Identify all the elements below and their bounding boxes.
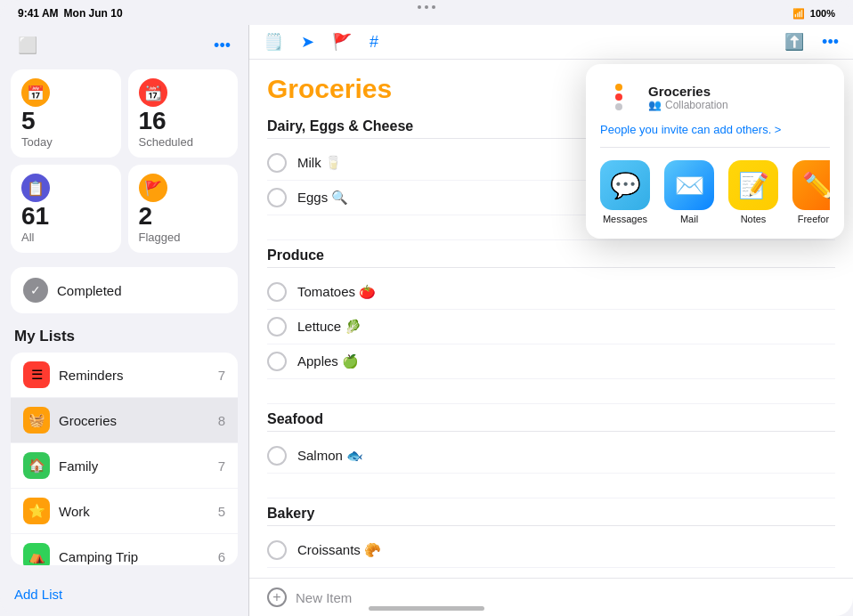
smart-list-flagged[interactable]: 🚩 2 Flagged bbox=[128, 165, 239, 253]
smart-list-scheduled[interactable]: 📆 16 Scheduled bbox=[128, 69, 239, 158]
new-item-plus-icon: + bbox=[267, 588, 287, 607]
reminder-circle-eggs[interactable] bbox=[267, 188, 287, 207]
list-item-work[interactable]: ⭐ Work 5 bbox=[11, 489, 238, 534]
status-bar: 9:41 AM Mon Jun 10 📶 100% bbox=[0, 0, 853, 25]
share-app-freeform[interactable]: ✏️ Freeform bbox=[792, 160, 830, 224]
camping-name: Camping Trip bbox=[59, 549, 218, 564]
today-icon: 📅 bbox=[21, 78, 50, 107]
seafood-blank-row bbox=[267, 474, 835, 498]
new-item-bar[interactable]: + New Item bbox=[249, 578, 853, 616]
reminder-item-tomatoes[interactable]: Tomatoes 🍅 bbox=[267, 275, 835, 310]
reminder-circle-milk[interactable] bbox=[267, 153, 287, 173]
new-item-label: New Item bbox=[296, 590, 352, 605]
all-count: 61 bbox=[21, 204, 110, 229]
work-count: 5 bbox=[218, 504, 225, 519]
reminder-text-tomatoes: Tomatoes 🍅 bbox=[297, 284, 835, 300]
toolbar-left-icons: 🗒️ ➤ 🚩 # bbox=[264, 32, 378, 52]
reminder-circle-apples[interactable] bbox=[267, 352, 287, 371]
flagged-count: 2 bbox=[139, 204, 228, 229]
reminder-item-salmon[interactable]: Salmon 🐟 bbox=[267, 439, 835, 474]
people-icon: 👥 bbox=[648, 99, 662, 111]
share-app-mail[interactable]: ✉️ Mail bbox=[664, 160, 714, 224]
groceries-count: 8 bbox=[218, 413, 225, 428]
reminders-icon: ☰ bbox=[23, 361, 50, 388]
share-icon-stack bbox=[600, 78, 638, 116]
family-count: 7 bbox=[218, 458, 225, 474]
all-icon: 📋 bbox=[21, 174, 50, 202]
location-icon-button[interactable]: ➤ bbox=[301, 32, 314, 52]
more-icon-button[interactable]: ••• bbox=[822, 33, 839, 52]
work-icon: ⭐ bbox=[23, 498, 50, 524]
share-app-messages[interactable]: 💬 Messages bbox=[600, 160, 650, 224]
flag-icon-button[interactable]: 🚩 bbox=[332, 32, 352, 52]
scheduled-label: Scheduled bbox=[139, 135, 228, 149]
freeform-app-icon: ✏️ bbox=[792, 160, 830, 210]
list-item-groceries[interactable]: 🧺 Groceries 8 bbox=[11, 398, 238, 443]
flagged-icon: 🚩 bbox=[139, 174, 167, 202]
sidebar-top-bar: ⬜ ••• bbox=[11, 32, 238, 59]
content-toolbar: 🗒️ ➤ 🚩 # ⬆️ ••• bbox=[249, 25, 853, 60]
tag-icon-button[interactable]: # bbox=[370, 33, 378, 52]
share-invite-text[interactable]: People you invite can add others. > bbox=[600, 123, 830, 148]
section-header-seafood: Seafood bbox=[267, 411, 835, 432]
work-name: Work bbox=[59, 504, 218, 519]
smart-list-today[interactable]: 📅 5 Today bbox=[11, 69, 121, 158]
wifi-icon: 📶 bbox=[792, 8, 805, 20]
reminder-item-apples[interactable]: Apples 🍏 bbox=[267, 344, 835, 379]
completed-check-icon: ✓ bbox=[23, 278, 48, 303]
camping-count: 6 bbox=[218, 549, 225, 564]
reminder-text-croissants: Croissants 🥐 bbox=[297, 542, 835, 558]
share-apps-row: 💬 Messages ✉️ Mail 📝 Notes ✏️ Freeform bbox=[600, 160, 830, 224]
share-dots bbox=[615, 84, 622, 110]
reminder-icon-button[interactable]: 🗒️ bbox=[264, 32, 283, 52]
camping-icon: ⛺ bbox=[23, 543, 50, 565]
share-icon-button[interactable]: ⬆️ bbox=[784, 32, 804, 52]
reminders-name: Reminders bbox=[59, 368, 218, 383]
reminder-text-lettuce: Lettuce 🥬 bbox=[297, 319, 835, 335]
today-label: Today bbox=[21, 135, 110, 149]
collaboration-label: Collaboration bbox=[665, 99, 728, 111]
share-app-notes[interactable]: 📝 Notes bbox=[728, 160, 778, 224]
status-date: Mon Jun 10 bbox=[64, 7, 123, 20]
main-container: ⬜ ••• 📅 5 Today 📆 16 Scheduled 📋 61 All … bbox=[0, 25, 853, 616]
my-lists-title: My Lists bbox=[11, 328, 238, 345]
list-item-reminders[interactable]: ☰ Reminders 7 bbox=[11, 353, 238, 398]
produce-blank-row bbox=[267, 379, 835, 404]
reminder-item-lettuce[interactable]: Lettuce 🥬 bbox=[267, 310, 835, 344]
smart-list-all[interactable]: 📋 61 All bbox=[11, 165, 121, 253]
sidebar: ⬜ ••• 📅 5 Today 📆 16 Scheduled 📋 61 All … bbox=[0, 25, 249, 616]
reminder-circle-lettuce[interactable] bbox=[267, 317, 287, 336]
completed-card[interactable]: ✓ Completed bbox=[11, 267, 238, 313]
reminder-item-croissants[interactable]: Croissants 🥐 bbox=[267, 533, 835, 568]
messages-app-icon: 💬 bbox=[600, 160, 650, 210]
list-item-family[interactable]: 🏠 Family 7 bbox=[11, 443, 238, 489]
smart-lists-grid: 📅 5 Today 📆 16 Scheduled 📋 61 All 🚩 2 Fl… bbox=[11, 69, 238, 253]
mail-app-icon: ✉️ bbox=[664, 160, 714, 210]
today-count: 5 bbox=[21, 109, 110, 134]
reminder-text-salmon: Salmon 🐟 bbox=[297, 448, 835, 464]
mail-app-label: Mail bbox=[680, 214, 698, 224]
share-info: Groceries 👥 Collaboration bbox=[648, 84, 728, 111]
sidebar-more-button[interactable]: ••• bbox=[210, 33, 234, 59]
scheduled-count: 16 bbox=[139, 109, 228, 134]
list-item-camping[interactable]: ⛺ Camping Trip 6 bbox=[11, 534, 238, 565]
collapse-sidebar-button[interactable]: ⬜ bbox=[14, 32, 41, 59]
add-list-button[interactable]: Add List bbox=[11, 580, 238, 609]
reminder-circle-croissants[interactable] bbox=[267, 540, 287, 560]
section-header-produce: Produce bbox=[267, 247, 835, 268]
reminder-text-apples: Apples 🍏 bbox=[297, 353, 835, 369]
notes-app-label: Notes bbox=[741, 214, 767, 224]
family-icon: 🏠 bbox=[23, 452, 50, 479]
share-dot-orange bbox=[615, 84, 622, 91]
share-dot-gray bbox=[615, 103, 622, 110]
share-subtitle: 👥 Collaboration bbox=[648, 99, 728, 111]
completed-label: Completed bbox=[57, 283, 122, 298]
flagged-label: Flagged bbox=[139, 231, 228, 244]
share-dot-red bbox=[615, 93, 622, 101]
family-name: Family bbox=[59, 458, 218, 474]
groceries-name: Groceries bbox=[59, 413, 218, 428]
scheduled-icon: 📆 bbox=[139, 78, 167, 107]
reminder-circle-tomatoes[interactable] bbox=[267, 282, 287, 302]
reminder-circle-salmon[interactable] bbox=[267, 446, 287, 466]
status-time: 9:41 AM bbox=[18, 7, 59, 20]
